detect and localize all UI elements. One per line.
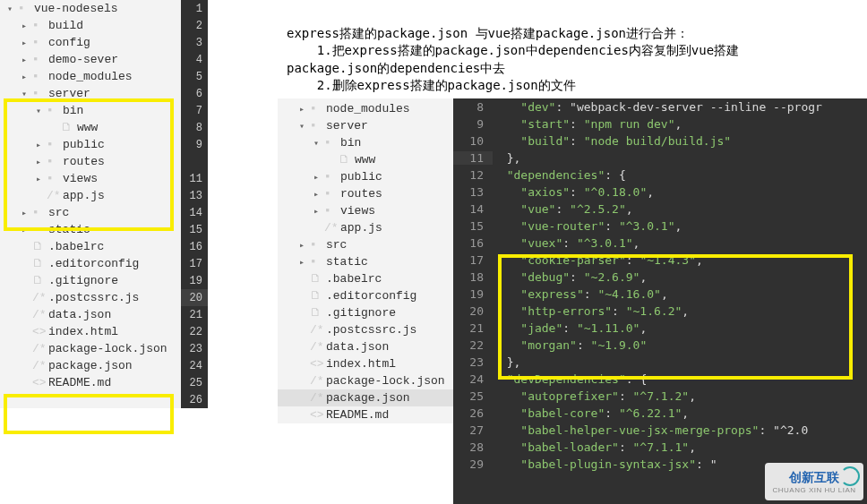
tree-item-package.json[interactable]: /*package.json24: [0, 357, 208, 374]
tree-item-routes[interactable]: ▸▪routes: [278, 185, 453, 202]
tree-item-vue-nodesels[interactable]: ▾▪vue-nodesels1: [0, 0, 208, 17]
tree-item-data.json[interactable]: /*data.json21: [0, 306, 208, 323]
tree-item-src[interactable]: ▸▪src14: [0, 204, 208, 221]
tree-item-build[interactable]: ▸▪build2: [0, 17, 208, 34]
tree-item-app.js[interactable]: /*app.js13: [0, 187, 208, 204]
editor-line[interactable]: 27 "babel-helper-vue-jsx-merge-props": "…: [453, 422, 867, 439]
editor-line[interactable]: 14 "vue": "^2.5.2",: [453, 201, 867, 218]
tree-item-README.md[interactable]: <>README.md25: [0, 374, 208, 391]
tree-item-server[interactable]: ▾▪server: [278, 117, 453, 134]
tree-item-data.json[interactable]: /*data.json: [278, 338, 453, 355]
tree-item-src[interactable]: ▸▪src: [278, 236, 453, 253]
instructions-line3: package.json的dependencies中去: [287, 61, 505, 75]
tree-item-label: index.html: [326, 357, 396, 371]
code-icon: <>: [310, 357, 322, 371]
tree-item-package-lock.json[interactable]: /*package-lock.json23: [0, 340, 208, 357]
tree-item-README.md[interactable]: <>README.md: [278, 406, 453, 423]
tree-item-.postcssrc.js[interactable]: /*.postcssrc.js20: [0, 289, 208, 306]
tree-item-.editorconfig[interactable]: 🗋.editorconfig: [278, 287, 453, 304]
tree-item-node_modules[interactable]: ▸▪node_modules: [278, 100, 453, 117]
code-editor[interactable]: 8 "dev": "webpack-dev-server --inline --…: [453, 98, 867, 504]
js-icon: /*: [47, 189, 59, 202]
editor-line[interactable]: 24 "devDependencies": {: [453, 371, 867, 388]
editor-line[interactable]: 12 "dependencies": {: [453, 167, 867, 184]
line-number: 9: [453, 117, 493, 131]
tree-item-views[interactable]: ▸▪views: [278, 202, 453, 219]
tree-item-.gitignore[interactable]: 🗋.gitignore: [278, 304, 453, 321]
editor-line[interactable]: 10 "build": "node build/build.js": [453, 132, 867, 149]
editor-line[interactable]: 25 "autoprefixer": "^7.1.2",: [453, 388, 867, 405]
gutter-line-number: 16: [181, 238, 208, 255]
gutter-line-number: 1: [181, 0, 208, 17]
tree-item-app.js[interactable]: /*app.js: [278, 219, 453, 236]
tree-item-static[interactable]: ▸▪static: [278, 253, 453, 270]
editor-line[interactable]: 13 "axios": "^0.18.0",: [453, 184, 867, 201]
editor-line[interactable]: 16 "vuex": "^3.0.1",: [453, 235, 867, 252]
line-number: 19: [453, 287, 493, 301]
tree-item-package-lock.json[interactable]: /*package-lock.json: [278, 372, 453, 389]
tree-item-.babelrc[interactable]: 🗋.babelrc16: [0, 238, 208, 255]
gutter-line-number: 6: [181, 85, 208, 102]
tree-item-.gitignore[interactable]: 🗋.gitignore19: [0, 272, 208, 289]
tree-item-label: views: [63, 172, 98, 185]
tree-item-.babelrc[interactable]: 🗋.babelrc: [278, 270, 453, 287]
tree-item-demo-sever[interactable]: ▸▪demo-sever4: [0, 51, 208, 68]
editor-line[interactable]: 28 "babel-loader": "^7.1.1",: [453, 439, 867, 456]
chevron-icon: ▸: [36, 157, 45, 167]
code-text: "cookie-parser": "~1.4.3",: [493, 253, 703, 267]
tree-item-bin[interactable]: ▾▪bin: [278, 134, 453, 151]
gutter-line-number: 7: [181, 102, 208, 119]
tree-item-bin[interactable]: ▾▪bin7: [0, 102, 208, 119]
editor-line[interactable]: 8 "dev": "webpack-dev-server --inline --…: [453, 98, 867, 115]
editor-line[interactable]: 21 "jade": "~1.11.0",: [453, 320, 867, 337]
tree-item-public[interactable]: ▸▪public: [278, 168, 453, 185]
tree-item-label: .babelrc: [326, 272, 382, 286]
line-number: 16: [453, 236, 493, 250]
tree-item-node_modules[interactable]: ▸▪node_modules5: [0, 68, 208, 85]
editor-line[interactable]: 11 },: [453, 149, 867, 167]
line-number: 10: [453, 134, 493, 148]
editor-line[interactable]: 15 "vue-router": "^3.0.1",: [453, 218, 867, 235]
instructions-line4: 2.删除express搭建的package.json的文件: [287, 78, 576, 92]
tree-item-label: .gitignore: [48, 274, 118, 287]
tree-item-www[interactable]: 🗋www8: [0, 119, 208, 136]
tree-item-.editorconfig[interactable]: 🗋.editorconfig17: [0, 255, 208, 272]
tree-item-.postcssrc.js[interactable]: /*.postcssrc.js: [278, 321, 453, 338]
tree-item-routes[interactable]: ▸▪routes: [0, 153, 208, 170]
folder-icon: ▪: [310, 102, 322, 115]
editor-line[interactable]: 23 },: [453, 354, 867, 371]
tree-item-server[interactable]: ▾▪server6: [0, 85, 208, 102]
editor-line[interactable]: 9 "start": "npm run dev",: [453, 115, 867, 132]
code-text: "babel-loader": "^7.1.1",: [493, 440, 696, 454]
folder-icon: ▪: [32, 206, 45, 219]
editor-line[interactable]: 17 "cookie-parser": "~1.4.3",: [453, 252, 867, 269]
tree-item-empty[interactable]: 26: [0, 391, 208, 408]
tree-item-label: demo-sever: [48, 53, 118, 66]
tree-item-views[interactable]: ▸▪views11: [0, 170, 208, 187]
editor-line[interactable]: 22 "morgan": "~1.9.0": [453, 337, 867, 354]
tree-item-label: package.json: [48, 359, 133, 372]
tree-item-label: routes: [340, 187, 382, 201]
code-text: "jade": "~1.11.0",: [493, 321, 647, 335]
tree-item-config[interactable]: ▸▪config3: [0, 34, 208, 51]
editor-line[interactable]: 19 "express": "~4.16.0",: [453, 286, 867, 303]
tree-item-package.json[interactable]: /*package.json: [278, 389, 453, 406]
gutter-line-number: 11: [181, 170, 208, 187]
editor-line[interactable]: 20 "http-errors": "~1.6.2",: [453, 303, 867, 320]
line-number: 26: [453, 406, 493, 420]
file-icon: 🗋: [339, 153, 351, 167]
tree-item-static[interactable]: ▸▪static15: [0, 221, 208, 238]
folder-icon: ▪: [47, 172, 59, 185]
tree-item-public[interactable]: ▸▪public9: [0, 136, 208, 153]
line-number: 13: [453, 185, 493, 199]
tree-item-label: static: [48, 223, 90, 236]
editor-line[interactable]: 18 "debug": "~2.6.9",: [453, 269, 867, 286]
editor-line[interactable]: 26 "babel-core": "^6.22.1",: [453, 405, 867, 422]
js-icon: /*: [310, 323, 322, 337]
folder-icon: ▪: [47, 138, 59, 151]
tree-item-www[interactable]: 🗋www: [278, 151, 453, 168]
tree-item-label: .editorconfig: [326, 289, 416, 303]
chevron-icon: ▸: [21, 225, 30, 235]
tree-item-index.html[interactable]: <>index.html22: [0, 323, 208, 340]
tree-item-index.html[interactable]: <>index.html: [278, 355, 453, 372]
